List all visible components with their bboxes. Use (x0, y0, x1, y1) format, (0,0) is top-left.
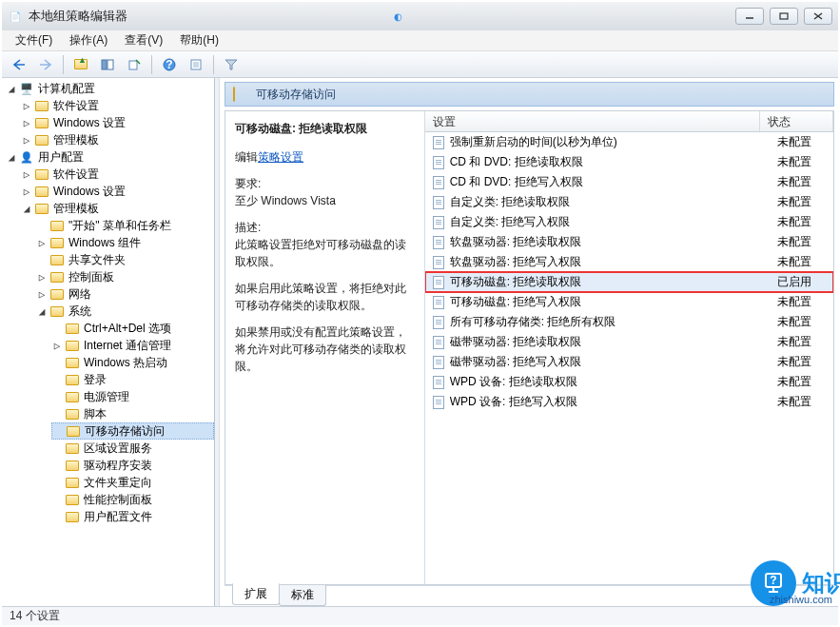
tree-node-power-management[interactable]: 电源管理 (51, 388, 214, 405)
tree-node-start-menu[interactable]: "开始" 菜单和任务栏 (36, 217, 214, 234)
list-item[interactable]: WPD 设备: 拒绝读取权限未配置 (425, 372, 833, 392)
svg-rect-5 (107, 60, 113, 69)
tree-node-user-software-settings[interactable]: ▷软件设置 (21, 166, 214, 183)
show-hide-tree-button[interactable] (96, 54, 119, 75)
tree-node-software-settings[interactable]: ▷软件设置 (21, 97, 214, 114)
tree-node-user-config[interactable]: ◢👤用户配置 (6, 148, 214, 166)
tab-extended[interactable]: 扩展 (232, 583, 280, 605)
expand-icon[interactable]: ▷ (36, 288, 48, 301)
menu-view[interactable]: 查看(V) (117, 30, 170, 50)
expand-icon[interactable]: ▷ (21, 134, 32, 147)
tab-standard[interactable]: 标准 (279, 585, 326, 606)
app-secondary-icon: ◐ (391, 9, 406, 24)
tree-node-locale-services[interactable]: 区域设置服务 (51, 440, 214, 457)
collapse-icon[interactable]: ◢ (6, 83, 17, 95)
list-item[interactable]: 自定义类: 拒绝写入权限未配置 (425, 212, 833, 232)
tree-node-network[interactable]: ▷网络 (36, 285, 214, 303)
tree-node-removable-storage[interactable]: 可移动存储访问 (51, 422, 214, 440)
tree-node-perf-cpl[interactable]: 性能控制面板 (51, 491, 214, 508)
tree-node-windows-settings[interactable]: ▷Windows 设置 (21, 114, 214, 131)
tree-node-ctrl-alt-del[interactable]: Ctrl+Alt+Del 选项 (51, 320, 214, 337)
list-item[interactable]: CD 和 DVD: 拒绝读取权限未配置 (425, 152, 833, 172)
expand-icon[interactable]: ▷ (21, 100, 32, 112)
tree-pane[interactable]: ◢🖥️计算机配置 ▷软件设置 ▷Windows 设置 ▷管理模板 ◢👤用户配置 … (2, 78, 215, 606)
expand-icon[interactable]: ▷ (21, 186, 32, 198)
menu-help[interactable]: 帮助(H) (172, 30, 226, 50)
tree-node-user-admin-templates[interactable]: ◢管理模板 (21, 200, 214, 217)
minimize-button[interactable] (735, 8, 764, 25)
tree-node-admin-templates[interactable]: ▷管理模板 (21, 131, 214, 148)
filter-button[interactable] (220, 54, 243, 75)
list-item[interactable]: WPD 设备: 拒绝写入权限未配置 (425, 392, 833, 412)
computer-icon: 🖥️ (19, 82, 34, 95)
list-item[interactable]: 磁带驱动器: 拒绝读取权限未配置 (425, 332, 833, 352)
collapse-icon[interactable]: ◢ (6, 151, 17, 164)
policy-state: 未配置 (777, 294, 833, 310)
help-button[interactable]: ? (158, 54, 181, 75)
column-state[interactable]: 状态 (760, 111, 833, 131)
tree-node-system[interactable]: ◢系统 (36, 303, 214, 320)
folder-icon (35, 135, 49, 146)
close-button[interactable] (804, 8, 832, 25)
tree-node-shared-folders[interactable]: 共享文件夹 (36, 251, 214, 268)
properties-button[interactable] (185, 54, 207, 75)
list-item[interactable]: 可移动磁盘: 拒绝读取权限已启用 (425, 272, 833, 292)
folder-icon (35, 169, 49, 180)
policy-state: 未配置 (777, 214, 833, 230)
list-item[interactable]: 磁带驱动器: 拒绝写入权限未配置 (425, 352, 833, 372)
folder-icon (35, 186, 49, 197)
tree-node-user-profiles[interactable]: 用户配置文件 (51, 508, 214, 525)
list-item[interactable]: 强制重新启动的时间(以秒为单位)未配置 (425, 132, 833, 152)
expand-icon[interactable]: ▷ (21, 168, 32, 181)
tree-node-hot-boot[interactable]: Windows 热启动 (51, 354, 214, 371)
policy-icon (431, 176, 446, 189)
column-setting[interactable]: 设置 (425, 111, 760, 131)
policy-name: 所有可移动存储类: 拒绝所有权限 (450, 314, 778, 330)
export-list-button[interactable] (123, 54, 146, 75)
menubar: 文件(F) 操作(A) 查看(V) 帮助(H) (2, 30, 838, 51)
folder-icon (66, 460, 79, 471)
expand-icon[interactable]: ▷ (36, 271, 48, 284)
forward-button[interactable] (34, 54, 57, 75)
list-item[interactable]: 所有可移动存储类: 拒绝所有权限未配置 (425, 312, 833, 332)
list-item[interactable]: CD 和 DVD: 拒绝写入权限未配置 (425, 172, 833, 192)
maximize-button[interactable] (770, 8, 798, 25)
up-button[interactable]: ▲ (69, 54, 92, 75)
policy-list[interactable]: 设置 状态 强制重新启动的时间(以秒为单位)未配置CD 和 DVD: 拒绝读取权… (425, 111, 833, 584)
tree-node-windows-components[interactable]: ▷Windows 组件 (36, 234, 214, 251)
policy-state: 未配置 (777, 394, 833, 410)
tree-node-user-windows-settings[interactable]: ▷Windows 设置 (21, 183, 214, 200)
app-icon: 📄 (8, 9, 23, 24)
tree-node-folder-redirect[interactable]: 文件夹重定向 (51, 474, 214, 491)
tree-node-control-panel[interactable]: ▷控制面板 (36, 268, 214, 285)
folder-icon (66, 392, 79, 402)
tree-node-computer-config[interactable]: ◢🖥️计算机配置 (6, 80, 214, 97)
expand-icon[interactable]: ▷ (36, 237, 48, 249)
back-button[interactable] (8, 54, 30, 75)
content-title: 可移动存储访问 (256, 87, 336, 103)
list-item[interactable]: 自定义类: 拒绝读取权限未配置 (425, 192, 833, 212)
policy-state: 未配置 (777, 374, 833, 390)
menu-file[interactable]: 文件(F) (8, 30, 60, 50)
tree-node-driver-install[interactable]: 驱动程序安装 (51, 457, 214, 474)
folder-icon (66, 341, 79, 351)
policy-state: 未配置 (777, 234, 833, 250)
policy-state: 已启用 (777, 274, 833, 290)
folder-icon (50, 255, 64, 265)
tree-node-login[interactable]: 登录 (51, 371, 214, 388)
folder-icon (50, 238, 64, 248)
svg-rect-6 (129, 61, 137, 69)
menu-action[interactable]: 操作(A) (62, 30, 115, 50)
list-item[interactable]: 可移动磁盘: 拒绝写入权限未配置 (425, 292, 833, 312)
list-item[interactable]: 软盘驱动器: 拒绝读取权限未配置 (425, 232, 833, 252)
tree-node-internet-comm[interactable]: ▷Internet 通信管理 (51, 337, 214, 354)
folder-icon (50, 306, 64, 317)
policy-icon (431, 216, 446, 229)
list-item[interactable]: 软盘驱动器: 拒绝写入权限未配置 (425, 252, 833, 272)
expand-icon[interactable]: ▷ (51, 340, 63, 352)
collapse-icon[interactable]: ◢ (36, 305, 48, 318)
expand-icon[interactable]: ▷ (21, 117, 32, 129)
collapse-icon[interactable]: ◢ (21, 203, 32, 215)
tree-node-scripts[interactable]: 脚本 (51, 405, 214, 422)
edit-policy-link[interactable]: 策略设置 (258, 150, 303, 164)
